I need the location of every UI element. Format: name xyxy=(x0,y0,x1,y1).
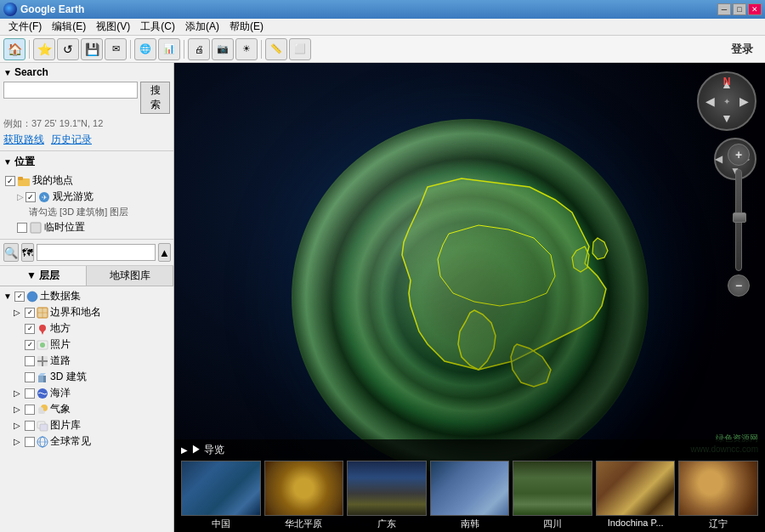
svg-rect-1 xyxy=(18,177,23,180)
toolbar-box[interactable]: ⬜ xyxy=(289,38,311,60)
tour-thumb-korea xyxy=(430,461,510,516)
toolbar-home[interactable]: 🏠 xyxy=(3,38,26,60)
tab-earth-gallery[interactable]: 地球图库 xyxy=(87,266,173,286)
toolbar-star[interactable]: ⭐ xyxy=(33,38,55,60)
toolbar-globe[interactable]: 🌐 xyxy=(134,38,156,60)
search-button[interactable]: 搜索 xyxy=(140,82,170,114)
maximize-button[interactable]: □ xyxy=(733,3,746,15)
layer-gallery[interactable]: ▷ 图片库 xyxy=(2,417,172,433)
pan-left[interactable]: ◀ xyxy=(715,153,728,165)
layer-ocean[interactable]: ▷ 海洋 xyxy=(2,385,172,401)
minimize-button[interactable]: ─ xyxy=(717,3,731,15)
tool-up[interactable]: ▲ xyxy=(158,243,171,262)
layers-section: ▼ 层层 地球图库 ▼ 土数据集 ▷ xyxy=(0,266,173,532)
toolbar-ruler[interactable]: 📏 xyxy=(265,38,287,60)
pos-temp[interactable]: 临时位置 xyxy=(3,219,170,235)
toolbar-refresh[interactable]: ↺ xyxy=(57,38,79,60)
toolbar-sun[interactable]: ☀ xyxy=(235,38,258,60)
layer-photos-label: 照片 xyxy=(50,337,71,352)
toolbar-print[interactable]: 🖨 xyxy=(188,38,210,60)
layer-roads-label: 道路 xyxy=(50,354,71,368)
compass-center[interactable]: ✦ xyxy=(718,93,735,110)
tour-item-guangdong[interactable]: 广东 xyxy=(347,461,427,530)
toolbar-camera[interactable]: 📷 xyxy=(212,38,234,60)
tool-map[interactable]: 🗺 xyxy=(21,243,34,262)
pos-myplaces-label: 我的地点 xyxy=(32,173,73,188)
layer-photos[interactable]: 照片 xyxy=(2,337,172,353)
history-link[interactable]: 历史记录 xyxy=(51,133,92,147)
zoom-in-button[interactable]: + xyxy=(728,144,750,166)
menu-add[interactable]: 添加(A) xyxy=(180,18,224,36)
pos-tourism[interactable]: ▷ ✈ 观光游览 xyxy=(3,189,170,205)
tour-item-sichuan[interactable]: 四川 xyxy=(513,461,592,530)
layer-places-label: 地方 xyxy=(50,321,71,336)
layer-geodata[interactable]: ▼ 土数据集 xyxy=(2,288,172,304)
menu-tools[interactable]: 工具(C) xyxy=(135,18,180,36)
layer-borders-label: 边界和地名 xyxy=(50,305,101,320)
menu-file[interactable]: 文件(F) xyxy=(3,18,47,36)
tour-item-korea[interactable]: 南韩 xyxy=(430,461,510,530)
search-label: Search xyxy=(14,66,48,78)
menu-help[interactable]: 帮助(E) xyxy=(224,18,269,36)
tab-layers[interactable]: ▼ 层层 xyxy=(0,266,87,286)
zoom-out-button[interactable]: − xyxy=(728,274,750,297)
compass-right[interactable]: ▶ xyxy=(735,93,752,110)
gallery-icon xyxy=(37,420,48,432)
toolbar-chart[interactable]: 📊 xyxy=(158,38,180,60)
layer-photos-checkbox[interactable] xyxy=(25,340,35,350)
globe[interactable] xyxy=(292,119,649,476)
tour-item-china[interactable]: 中国 xyxy=(181,461,261,530)
position-header[interactable]: ▼ 位置 xyxy=(3,155,170,169)
svg-rect-4 xyxy=(31,223,41,233)
main-layout: ▼ Search 搜索 例如：37 25' 19.1"N, 12 获取路线 历史… xyxy=(0,63,765,532)
toolbar-email[interactable]: ✉ xyxy=(105,38,127,60)
zoom-control: + − xyxy=(728,144,750,297)
weather-icon xyxy=(37,404,48,416)
layer-weather[interactable]: ▷ 气象 xyxy=(2,401,172,417)
layer-3d-checkbox[interactable] xyxy=(25,372,35,382)
layer-places-checkbox[interactable] xyxy=(25,324,35,334)
layer-geodata-checkbox[interactable] xyxy=(14,291,25,302)
tour-item-huabei[interactable]: 华北平原 xyxy=(264,461,344,530)
tour-item-liaoning[interactable]: 辽宁 xyxy=(678,461,758,530)
pos-myplaces[interactable]: 我的地点 xyxy=(3,173,170,189)
search-input[interactable] xyxy=(3,82,138,99)
tourism-icon: ✈ xyxy=(38,191,50,203)
toolbar-save[interactable]: 💾 xyxy=(81,38,103,60)
tool-search[interactable]: 🔍 xyxy=(3,243,19,262)
layer-borders-checkbox[interactable] xyxy=(25,308,35,318)
titlebar: Google Earth ─ □ ✕ xyxy=(0,0,765,19)
layer-places[interactable]: 地方 xyxy=(2,320,172,337)
tour-thumb-liaoning xyxy=(678,461,758,516)
layer-ocean-checkbox[interactable] xyxy=(25,388,35,399)
layer-worldwide[interactable]: ▷ 全球常见 xyxy=(2,433,172,450)
compass-left[interactable]: ◀ xyxy=(701,93,718,110)
map-area[interactable]: N ▲ ◀ ✦ ▶ ▼ xyxy=(174,63,765,532)
tour-expand-icon: ▶ xyxy=(181,445,188,455)
tour-label-korea: 南韩 xyxy=(430,518,510,530)
layer-3d-buildings[interactable]: 3D 建筑 xyxy=(2,369,172,385)
tour-banner: ▶ ▶ 导览 中国 华北平原 广东 南韩 xyxy=(174,439,765,532)
tour-item-indochina[interactable]: Indochina P... xyxy=(596,461,676,530)
close-button[interactable]: ✕ xyxy=(748,3,762,15)
layer-weather-checkbox[interactable] xyxy=(25,405,35,415)
layer-gallery-label: 图片库 xyxy=(50,418,81,433)
pos-myplaces-checkbox[interactable] xyxy=(5,176,15,186)
layer-worldwide-checkbox[interactable] xyxy=(25,437,35,447)
layer-gallery-checkbox[interactable] xyxy=(25,421,35,431)
pos-tourism-checkbox[interactable] xyxy=(26,192,36,202)
layer-borders[interactable]: ▷ 边界和地名 xyxy=(2,304,172,320)
menu-edit[interactable]: 编辑(E) xyxy=(47,18,91,36)
search-header[interactable]: ▼ Search xyxy=(3,66,170,78)
layer-roads[interactable]: 道路 xyxy=(2,353,172,369)
login-button[interactable]: 登录 xyxy=(731,42,762,57)
tool-input[interactable] xyxy=(37,244,156,261)
compass-down[interactable]: ▼ xyxy=(718,110,735,127)
zoom-slider-thumb[interactable] xyxy=(733,212,746,223)
roads-icon xyxy=(37,355,48,367)
layer-roads-checkbox[interactable] xyxy=(25,356,35,366)
layers-tabs: ▼ 层层 地球图库 xyxy=(0,266,173,286)
pos-temp-checkbox[interactable] xyxy=(17,223,27,233)
get-directions-link[interactable]: 获取路线 xyxy=(3,133,44,147)
menu-view[interactable]: 视图(V) xyxy=(91,18,135,36)
